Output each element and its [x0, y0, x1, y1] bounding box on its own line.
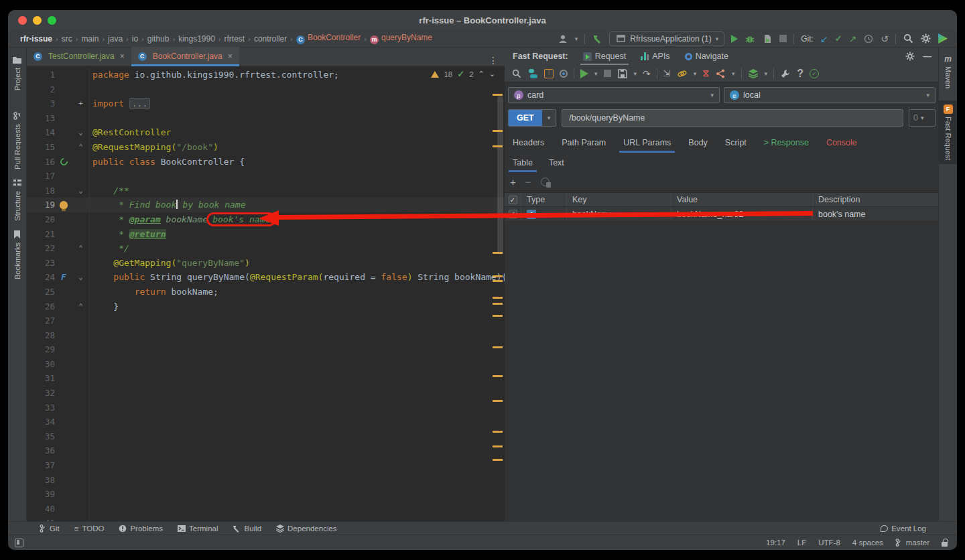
code-line[interactable]: 20 * @param bookNamebook's name: [27, 212, 505, 227]
panel-settings-gear-icon[interactable]: [905, 51, 915, 62]
code-line[interactable]: 32: [27, 386, 505, 401]
chevron-down-icon[interactable]: ▾: [634, 70, 637, 77]
select-all-checkbox[interactable]: ✓: [509, 196, 517, 204]
breadcrumb-item[interactable]: rfrtest: [224, 34, 245, 44]
tab-script[interactable]: Script: [725, 133, 747, 153]
environment-select[interactable]: e local ▾: [724, 87, 936, 103]
code-line[interactable]: 38: [27, 473, 505, 488]
tab-body[interactable]: Body: [688, 133, 708, 153]
rollback-icon[interactable]: ↺: [881, 33, 889, 44]
code-line[interactable]: 30: [27, 357, 505, 372]
code-line[interactable]: 35: [27, 429, 505, 444]
tab-text[interactable]: Text: [549, 153, 564, 172]
toolwindow-todo[interactable]: ≡ TODO: [74, 524, 105, 533]
code-line[interactable]: 13: [27, 111, 505, 126]
save-icon[interactable]: [617, 68, 628, 79]
git-commit-icon[interactable]: ✓: [835, 33, 842, 44]
help-icon[interactable]: ?: [797, 68, 803, 80]
code-line[interactable]: 33: [27, 401, 505, 415]
column-header-value[interactable]: Value: [671, 193, 813, 206]
chevron-down-icon[interactable]: ▾: [732, 70, 735, 77]
collections-layers-icon[interactable]: [748, 68, 759, 79]
code-line[interactable]: 22⌃ */: [27, 241, 505, 256]
breadcrumb-item[interactable]: src: [62, 34, 72, 44]
toolwindow-terminal[interactable]: Terminal: [178, 523, 218, 534]
indent-setting[interactable]: 4 spaces: [852, 539, 883, 547]
chevron-down-icon[interactable]: ▾: [765, 70, 768, 77]
tab-apis[interactable]: APIs: [641, 48, 669, 65]
import-curl-icon[interactable]: ⇲: [663, 68, 671, 78]
search-everywhere-icon[interactable]: [903, 33, 913, 44]
git-branch-widget[interactable]: master: [895, 537, 929, 548]
code-line[interactable]: 15⌃@RequestMapping("/book"): [27, 140, 505, 155]
breadcrumb-item-method[interactable]: mqueryByName: [370, 33, 432, 44]
tab-table[interactable]: Table: [513, 153, 533, 172]
event-log-button[interactable]: Event Log: [881, 524, 926, 533]
tab-response[interactable]: > Response: [764, 133, 809, 153]
caret-position[interactable]: 19:17: [766, 539, 785, 547]
breadcrumb-item[interactable]: github: [147, 34, 170, 44]
remove-row-button[interactable]: −: [525, 176, 531, 188]
git-update-icon[interactable]: ↙: [820, 33, 828, 44]
code-line[interactable]: 31: [27, 371, 505, 386]
hide-panel-icon[interactable]: —: [923, 52, 932, 61]
tab-navigate[interactable]: Navigate: [685, 48, 728, 65]
fast-request-generate-icon[interactable]: F: [55, 270, 72, 285]
locate-api-icon[interactable]: [560, 70, 568, 78]
intention-bulb-icon[interactable]: [55, 198, 72, 212]
line-separator[interactable]: LF: [797, 539, 806, 547]
row-checkbox[interactable]: ✓: [509, 210, 517, 218]
settings-gear-icon[interactable]: [920, 33, 931, 44]
breadcrumb-item-class[interactable]: CBookController: [296, 33, 361, 44]
code-line[interactable]: 17: [27, 169, 505, 184]
toolwindow-problems[interactable]: Problems: [119, 523, 163, 534]
toolwindow-switcher-icon[interactable]: [15, 539, 23, 547]
column-header-description[interactable]: Description: [813, 193, 938, 206]
file-encoding[interactable]: UTF-8: [818, 539, 840, 547]
search-icon[interactable]: [511, 68, 522, 79]
send-request-icon[interactable]: [580, 69, 588, 78]
tab-request[interactable]: Request: [583, 48, 627, 65]
run-configuration-select[interactable]: RfrIssueApplication (1) ▾: [609, 31, 724, 46]
chevron-down-icon[interactable]: ▾: [594, 70, 598, 77]
code-line[interactable]: 34: [27, 415, 505, 429]
column-header-key[interactable]: Key: [567, 193, 671, 206]
code-line[interactable]: 16public class BookController {: [27, 155, 505, 169]
fold-marker[interactable]: ⌃: [72, 241, 90, 256]
fold-marker[interactable]: +: [72, 96, 90, 111]
build-hammer-icon[interactable]: [592, 33, 602, 44]
timeout-hourglass-icon[interactable]: ⧖: [702, 68, 709, 79]
breadcrumb-item[interactable]: kings1990: [178, 34, 215, 44]
fold-marker[interactable]: ⌄: [72, 125, 90, 140]
code-line[interactable]: 41: [27, 516, 505, 521]
code-line[interactable]: 24F⌄ public String queryByName(@RequestP…: [27, 270, 505, 285]
stop-button[interactable]: [779, 35, 787, 42]
cell-description[interactable]: book's name: [813, 207, 938, 221]
code-line[interactable]: 26⌃ }: [27, 299, 505, 314]
table-row[interactable]: ✓ A ▾ bookName bookName_nar82 book's nam…: [505, 207, 938, 222]
sidebar-item-project[interactable]: Project: [8, 50, 26, 94]
redo-icon[interactable]: ↷: [643, 68, 651, 79]
code-line[interactable]: 18⌄ /**: [27, 184, 505, 198]
breadcrumb-item[interactable]: java: [108, 34, 123, 44]
tab-testcontroller[interactable]: C TestController.java ×: [27, 47, 131, 66]
column-header-type[interactable]: Type: [521, 193, 567, 206]
tab-console[interactable]: Console: [826, 133, 857, 153]
git-push-icon[interactable]: ↗: [849, 33, 857, 44]
count-select[interactable]: 0 ▾: [909, 109, 936, 127]
project-select[interactable]: p card ▾: [508, 87, 720, 103]
tab-url-params[interactable]: URL Params: [623, 133, 671, 153]
sidebar-item-maven[interactable]: m Maven: [939, 50, 957, 92]
code-line[interactable]: 28: [27, 328, 505, 343]
url-input[interactable]: /book/queryByName: [562, 109, 903, 127]
tab-options-kebab-icon[interactable]: ⋮: [482, 55, 505, 66]
code-line[interactable]: 27: [27, 313, 505, 328]
parameter-settings-icon[interactable]: ⫶: [544, 69, 554, 78]
code-line[interactable]: 29: [27, 342, 505, 357]
run-with-coverage-icon[interactable]: [762, 33, 773, 44]
cell-type[interactable]: A ▾: [521, 207, 567, 221]
copy-link-icon[interactable]: [677, 68, 688, 79]
code-line[interactable]: 40: [27, 502, 505, 516]
toolwindow-build[interactable]: Build: [233, 523, 261, 534]
code-line[interactable]: 36: [27, 443, 505, 458]
